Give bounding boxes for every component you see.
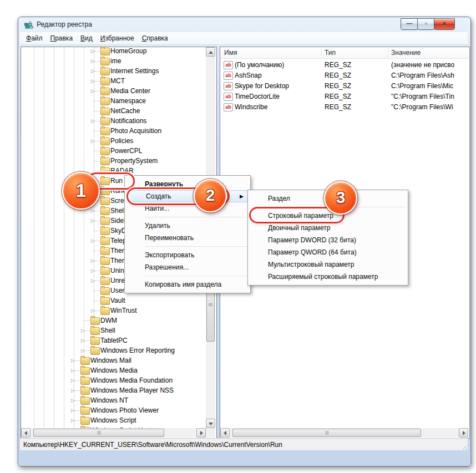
list-scroll-left-button[interactable] (220, 428, 230, 438)
folder-icon (100, 98, 110, 105)
tree-item-windows-photo-viewer[interactable]: ▷Windows Photo Viewer (21, 405, 206, 415)
context-menu-item-9[interactable]: Разрешения... (126, 261, 249, 273)
tree-item-label: WinTrust (110, 307, 137, 314)
tree-item-windows-mail[interactable]: ▷Windows Mail (21, 355, 206, 365)
tree-item-policies[interactable]: ▷Policies (21, 136, 206, 146)
menubar-item-2[interactable]: Правка (47, 33, 77, 43)
expand-arrow-icon[interactable]: ▷ (81, 327, 88, 334)
tree-item-vault[interactable]: Vault (21, 296, 206, 306)
expand-arrow-icon[interactable]: ▷ (91, 78, 98, 84)
value-name: Windscribe (235, 103, 267, 111)
expand-arrow-icon[interactable]: ▷ (91, 277, 98, 284)
expand-arrow-icon[interactable]: ▷ (91, 237, 98, 244)
tree-item-namespace[interactable]: Namespace (21, 96, 206, 106)
tree-item-homegroup[interactable]: ▷HomeGroup (21, 47, 206, 56)
submenu-item-8[interactable]: Расширяемый строковый параметр (249, 271, 407, 283)
tree-item-powercpl[interactable]: PowerCPL (21, 146, 206, 156)
context-menu-item-11[interactable]: Копировать имя раздела (126, 278, 249, 291)
callout-3: 3 (324, 181, 357, 215)
context-menu-item-8[interactable]: Экспортировать (126, 249, 249, 261)
tree-item-internet-settings[interactable]: ▷Internet Settings (21, 66, 206, 76)
column-header-name[interactable]: Имя (224, 49, 237, 57)
value-row-3[interactable]: abSkype for DesktopREG_SZC:\Program File… (220, 80, 469, 91)
tree-item-notifications[interactable]: ▷Notifications (21, 116, 206, 126)
expand-arrow-icon[interactable]: ▷ (71, 407, 78, 414)
list-scroll-right-button[interactable] (459, 428, 468, 438)
tree-item-label: Ther (110, 257, 124, 265)
expand-arrow-icon[interactable]: ▷ (91, 307, 98, 314)
expand-arrow-icon[interactable]: ▷ (91, 267, 98, 274)
tree-item-media-center[interactable]: ▷Media Center (21, 86, 206, 96)
expand-arrow-icon[interactable]: ▷ (71, 387, 78, 394)
expand-arrow-icon[interactable]: ▷ (91, 207, 98, 214)
value-row-2[interactable]: abAshSnapREG_SZC:\Program Files\Ash (220, 70, 469, 80)
submenu-item-7[interactable]: Мультистроковый параметр (249, 258, 407, 271)
tree-item-shell[interactable]: ▷Shell (21, 325, 206, 335)
tree-item-label: Windows Media Foundation (90, 377, 173, 384)
tree-item-dwm[interactable]: DWM (21, 316, 206, 325)
tree-item-wintrust[interactable]: ▷WinTrust (21, 306, 206, 316)
value-row-1[interactable]: ab(По умолчанию)REG_SZ(значение не присв… (220, 59, 469, 70)
column-header-type[interactable]: Тип (325, 49, 336, 57)
tree-item-label: Unin (110, 267, 124, 274)
folder-icon (80, 397, 90, 405)
expand-arrow-icon[interactable]: ▷ (91, 58, 98, 64)
expand-arrow-icon[interactable]: ▷ (91, 88, 98, 94)
expand-arrow-icon[interactable]: ▷ (71, 397, 78, 404)
expand-arrow-icon[interactable]: ▷ (91, 68, 98, 74)
tree-item-propertysystem[interactable]: PropertySystem (21, 156, 206, 166)
expand-arrow-icon[interactable]: ▷ (91, 118, 98, 124)
expand-arrow-icon[interactable]: ▷ (91, 257, 98, 264)
submenu-item-4[interactable]: Двоичный параметр (249, 222, 407, 234)
tree-scroll-right-button[interactable] (196, 428, 206, 438)
expand-arrow-icon[interactable]: ▷ (71, 357, 78, 364)
expand-arrow-icon[interactable]: ▷ (71, 377, 78, 384)
menubar-item-1[interactable]: Файл (22, 33, 47, 43)
string-value-icon: ab (224, 61, 233, 69)
tree-item-windows-media-foundation[interactable]: ▷Windows Media Foundation (21, 375, 206, 385)
tree-scroll-left-button[interactable] (21, 428, 31, 438)
menubar-item-4[interactable]: Избранное (97, 33, 138, 43)
expand-arrow-icon[interactable]: ▷ (81, 347, 88, 354)
tree-item-windows-media[interactable]: ▷Windows Media (21, 365, 206, 375)
tree-scroll-up-button[interactable] (206, 47, 215, 57)
tree-item-photo-acquisition[interactable]: Photo Acquisition (21, 126, 206, 136)
close-button[interactable]: x (434, 18, 455, 30)
submenu-item-6[interactable]: Параметр QWORD (64 бита) (249, 246, 407, 258)
folder-icon (100, 78, 110, 85)
value-row-4[interactable]: abTimeDoctorLiteREG_SZ"C:\Program Files\… (220, 91, 469, 101)
status-bar: Компьютер\HKEY_CURRENT_USER\Software\Mic… (20, 438, 468, 450)
expand-arrow-icon[interactable]: ▷ (91, 48, 98, 54)
column-header-value[interactable]: Значение (391, 49, 421, 57)
tree-scroll-down-button[interactable] (206, 419, 215, 428)
folder-icon (100, 287, 110, 295)
list-hscroll-thumb[interactable] (232, 429, 421, 437)
menubar-item-3[interactable]: Вид (77, 33, 97, 43)
tree-item-windows-error-reporting[interactable]: ▷Windows Error Reporting (21, 345, 206, 355)
tree-item-tabletpc[interactable]: ▷TabletPC (21, 335, 206, 345)
submenu-item-5[interactable]: Параметр DWORD (32 бита) (249, 234, 407, 246)
tree-hscroll-thumb[interactable] (33, 429, 164, 437)
tree-item-mct[interactable]: ▷MCT (21, 76, 206, 86)
tree-item-netcache[interactable]: NetCache (21, 106, 206, 116)
expand-arrow-icon[interactable]: ▷ (91, 138, 98, 144)
folder-icon (100, 48, 110, 55)
value-row-5[interactable]: abWindscribeREG_SZ"C:\Program Files\Wi (220, 101, 469, 112)
tree-item-label: Windows Mail (90, 357, 131, 364)
tree-item-windows-nt[interactable]: ▷Windows NT (21, 395, 206, 405)
tree-item-windows-media-player-nss[interactable]: ▷Windows Media Player NSS (21, 385, 206, 395)
context-menu-item-5[interactable]: Удалить (126, 220, 249, 232)
context-menu-item-6[interactable]: Переименовать (126, 232, 249, 244)
tree-item-ime[interactable]: ▷ime (21, 56, 206, 66)
expand-arrow-icon[interactable]: ▷ (71, 417, 78, 424)
folder-icon (80, 357, 90, 365)
minimize-button[interactable]: — (401, 18, 418, 30)
expand-arrow-icon[interactable]: ▷ (91, 217, 98, 224)
menu-separator (145, 217, 247, 217)
expand-arrow-icon[interactable]: ▷ (71, 367, 78, 374)
maximize-button[interactable]: ▫ (417, 18, 435, 30)
folder-icon (100, 207, 110, 215)
tree-item-windows-script[interactable]: ▷Windows Script (21, 415, 206, 425)
expand-arrow-icon[interactable]: ▷ (81, 337, 88, 344)
menubar-item-5[interactable]: Справка (138, 33, 172, 43)
